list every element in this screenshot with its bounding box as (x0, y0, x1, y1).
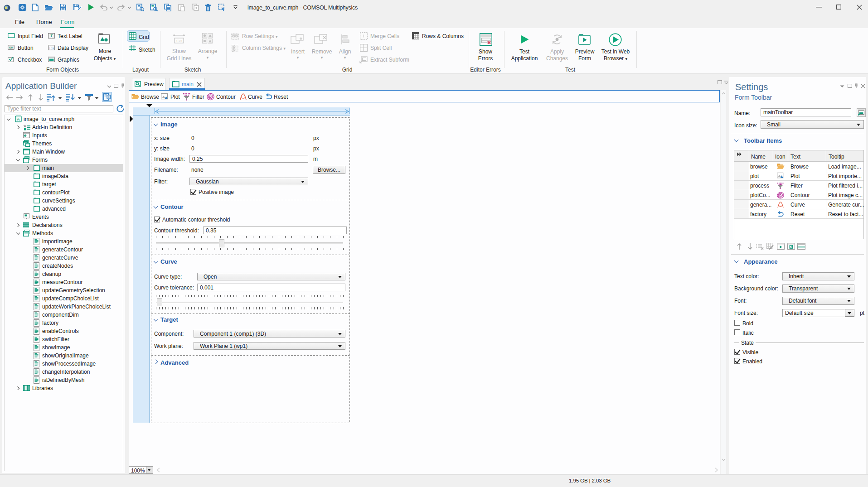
svg-text:T: T (50, 34, 53, 38)
svg-text:1.23: 1.23 (176, 39, 182, 43)
svg-text:1.23: 1.23 (49, 47, 54, 50)
svg-text:OK: OK (9, 46, 14, 49)
svg-text:A: A (17, 116, 20, 121)
